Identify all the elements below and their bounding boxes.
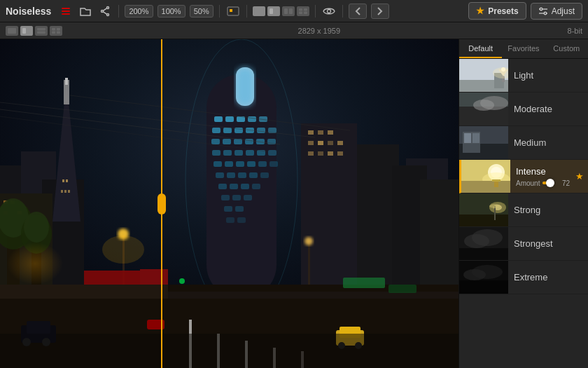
preset-light-thumb xyxy=(459,59,508,93)
svg-rect-46 xyxy=(68,190,70,193)
zoom-200-btn[interactable]: 200% xyxy=(125,5,153,18)
view-mode-group xyxy=(253,6,309,16)
svg-rect-87 xyxy=(249,172,258,178)
sep-3 xyxy=(246,5,247,18)
svg-rect-135 xyxy=(140,269,168,285)
preset-intense-label: Intense xyxy=(516,166,570,177)
svg-point-165 xyxy=(473,100,494,111)
svg-rect-111 xyxy=(328,151,333,156)
svg-rect-11 xyxy=(270,8,273,14)
next-btn[interactable] xyxy=(371,4,389,19)
svg-rect-104 xyxy=(328,130,333,135)
tab-favorites[interactable]: Favorites xyxy=(502,39,545,58)
zoom-50-btn[interactable]: 50% xyxy=(190,5,214,18)
split-line[interactable] xyxy=(161,39,162,368)
top-toolbar: Noiseless 200% 100% 50% xyxy=(0,0,588,22)
tab-default[interactable]: Default xyxy=(459,39,502,58)
svg-point-3 xyxy=(107,6,109,8)
split-vertical-btn[interactable] xyxy=(35,26,48,36)
preset-extreme-thumb xyxy=(459,261,508,294)
sep-4 xyxy=(315,5,316,18)
svg-rect-91 xyxy=(241,184,249,189)
preset-extreme[interactable]: Extreme xyxy=(459,261,588,294)
amount-label: Amount xyxy=(516,179,540,187)
preset-light-label: Light xyxy=(508,70,588,81)
presets-button[interactable]: ★ Presets xyxy=(468,2,526,20)
svg-rect-108 xyxy=(337,141,343,145)
preview-icon[interactable] xyxy=(321,4,337,19)
svg-rect-9 xyxy=(230,9,232,12)
preset-strong-thumb xyxy=(459,193,508,227)
svg-rect-95 xyxy=(244,195,252,200)
svg-rect-61 xyxy=(223,128,232,133)
svg-rect-60 xyxy=(212,128,220,133)
svg-rect-97 xyxy=(235,206,244,212)
preset-moderate[interactable]: Moderate xyxy=(459,93,588,126)
amount-control: Amount 72 xyxy=(516,179,570,187)
svg-point-183 xyxy=(489,204,500,208)
svg-rect-67 xyxy=(223,139,231,144)
scene-svg xyxy=(0,39,458,368)
svg-point-186 xyxy=(464,234,489,248)
preset-list: Light Moderate xyxy=(459,59,588,368)
preset-strong[interactable]: Strong xyxy=(459,193,588,227)
svg-rect-89 xyxy=(218,184,227,189)
prev-btn[interactable] xyxy=(349,4,367,19)
svg-point-130 xyxy=(7,243,63,285)
preset-light[interactable]: Light xyxy=(459,59,588,93)
menu-icon[interactable] xyxy=(58,4,74,19)
svg-rect-18 xyxy=(304,11,307,14)
svg-rect-13 xyxy=(284,8,288,14)
quad-view-btn[interactable] xyxy=(50,26,62,36)
presets-star-icon: ★ xyxy=(476,6,484,16)
svg-rect-169 xyxy=(464,133,471,143)
tab-custom[interactable]: Custom xyxy=(545,39,588,58)
preset-medium-label: Medium xyxy=(508,137,588,148)
preset-intense-star: ★ xyxy=(575,171,584,182)
split-handle[interactable] xyxy=(158,193,166,214)
svg-rect-45 xyxy=(64,190,66,193)
grid-view-icon[interactable] xyxy=(297,6,309,16)
svg-rect-99 xyxy=(237,217,246,223)
svg-point-129 xyxy=(24,212,49,243)
amount-slider[interactable] xyxy=(542,182,553,184)
preset-medium[interactable]: Medium xyxy=(459,126,588,160)
adjust-button[interactable]: Adjust xyxy=(531,3,582,20)
share-icon[interactable] xyxy=(97,4,113,19)
svg-rect-107 xyxy=(328,141,333,145)
svg-rect-78 xyxy=(214,161,222,167)
amount-value: 72 xyxy=(556,179,570,187)
svg-rect-102 xyxy=(308,130,314,135)
preset-moderate-thumb xyxy=(459,93,508,126)
svg-rect-92 xyxy=(252,184,260,189)
svg-rect-26 xyxy=(27,28,31,34)
svg-rect-64 xyxy=(257,128,265,133)
full-view-btn[interactable] xyxy=(6,26,18,36)
image-panel[interactable] xyxy=(0,39,458,368)
svg-rect-122 xyxy=(0,285,168,299)
zoom-100-btn[interactable]: 100% xyxy=(158,5,186,18)
svg-point-133 xyxy=(102,236,144,264)
preset-intense[interactable]: Intense Amount 72 ★ xyxy=(459,160,588,193)
preset-strongest[interactable]: Strongest xyxy=(459,227,588,261)
sep-1 xyxy=(118,5,119,18)
svg-rect-43 xyxy=(66,179,68,182)
svg-rect-90 xyxy=(230,184,238,189)
split-view-icon[interactable] xyxy=(267,6,280,16)
svg-rect-110 xyxy=(318,151,323,156)
svg-rect-0 xyxy=(62,8,70,9)
histogram-icon[interactable] xyxy=(225,4,241,19)
svg-rect-74 xyxy=(234,150,243,156)
single-view-icon[interactable] xyxy=(253,6,265,16)
svg-rect-144 xyxy=(0,334,458,368)
svg-rect-80 xyxy=(236,161,244,167)
amount-slider-thumb[interactable] xyxy=(546,179,554,187)
open-file-icon[interactable] xyxy=(78,4,93,19)
svg-rect-30 xyxy=(57,28,60,31)
side-by-side-icon[interactable] xyxy=(282,6,295,16)
svg-rect-112 xyxy=(337,151,343,156)
svg-rect-96 xyxy=(224,206,232,212)
svg-rect-145 xyxy=(343,278,385,288)
split-horizontal-btn[interactable] xyxy=(20,26,33,36)
svg-rect-179 xyxy=(459,214,508,227)
